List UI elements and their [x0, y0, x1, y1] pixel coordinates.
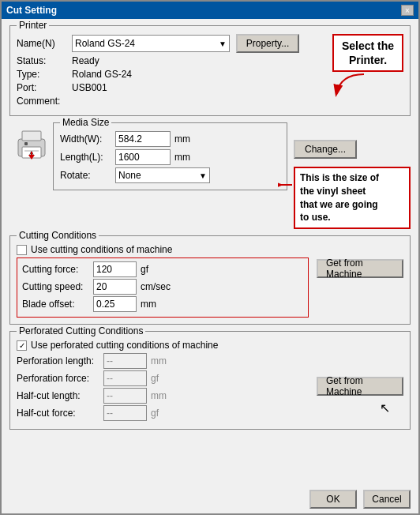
annotation-size-arrow — [278, 173, 294, 197]
printer-icon-area: A — [9, 122, 53, 166]
type-label: Type: — [17, 69, 72, 80]
force-input[interactable] — [93, 261, 137, 277]
cutting-legend: Cutting Conditions — [17, 230, 99, 241]
media-row: A Media Size Width(W): mm — [9, 122, 411, 229]
printer-status-row: Status: Ready — [17, 55, 403, 66]
media-section: Media Size Width(W): mm Length(L): mm — [53, 122, 287, 190]
printer-content: Name(N) Roland GS-24 ▼ Property... Statu… — [17, 34, 403, 107]
media-right: Change... This is the size ofthe vinyl s… — [287, 122, 411, 229]
perf-section: Perforated Cutting Conditions Use perfor… — [9, 331, 411, 430]
dialog-footer: OK Cancel — [2, 485, 418, 513]
perf-length-row: Perforation length: mm — [17, 353, 309, 369]
comment-label: Comment: — [17, 96, 72, 107]
printer-name-value: Roland GS-24 — [75, 38, 135, 49]
length-label: Length(L): — [60, 152, 115, 163]
use-conditions-row: Use cutting conditions of machine — [17, 244, 403, 255]
offset-input[interactable] — [93, 296, 137, 312]
rotate-value: None — [118, 170, 141, 181]
perf-body: Perforation length: mm Perforation force… — [17, 353, 403, 423]
length-unit: mm — [174, 152, 190, 163]
cutting-speed-row: Cutting speed: cm/sec — [22, 279, 303, 295]
cutting-inner: Use cutting conditions of machine Cuttin… — [17, 244, 403, 318]
svg-rect-4 — [24, 142, 28, 145]
halfcut-force-label: Half-cut force: — [17, 408, 103, 419]
cutting-right: Get from Machine — [309, 258, 403, 278]
printer-name-label: Name(N) — [17, 38, 72, 49]
perf-length-label: Perforation length: — [17, 355, 103, 367]
rotate-row: Rotate: None ▼ — [60, 167, 280, 183]
use-conditions-checkbox[interactable] — [17, 245, 27, 255]
annotation-size-container: This is the size ofthe vinyl sheetthat w… — [294, 167, 411, 229]
perf-use-conditions-row: Use perforated cutting conditions of mac… — [17, 340, 403, 351]
media-content: Width(W): mm Length(L): mm Rotate: — [60, 131, 280, 183]
offset-unit: mm — [141, 299, 172, 310]
perf-legend: Perforated Cutting Conditions — [17, 325, 145, 336]
printer-port-row: Port: USB001 — [17, 82, 403, 93]
halfcut-force-unit: gf — [151, 408, 182, 419]
dropdown-arrow-icon: ▼ — [219, 39, 227, 48]
printer-name-row: Name(N) Roland GS-24 ▼ Property... — [17, 34, 403, 53]
cutting-body: Cutting force: gf Cutting speed: cm/sec — [17, 258, 403, 318]
halfcut-length-label: Half-cut length: — [17, 390, 103, 401]
cutting-sub-group: Cutting force: gf Cutting speed: cm/sec — [17, 258, 309, 318]
dialog-body: Printer Name(N) Roland GS-24 ▼ Property.… — [2, 19, 418, 485]
rotate-label: Rotate: — [60, 170, 115, 181]
halfcut-force-input[interactable] — [103, 405, 147, 421]
printer-name-dropdown[interactable]: Roland GS-24 ▼ — [72, 35, 230, 52]
perf-use-conditions-label: Use perforated cutting conditions of mac… — [31, 340, 218, 351]
halfcut-length-unit: mm — [151, 390, 182, 401]
blade-offset-row: Blade offset: mm — [22, 296, 303, 312]
dialog-title: Cut Setting — [6, 5, 57, 16]
cutting-get-from-machine-button[interactable]: Get from Machine — [317, 259, 403, 278]
use-conditions-label: Use cutting conditions of machine — [31, 244, 172, 255]
perf-force-input[interactable] — [103, 370, 147, 386]
media-length-row: Length(L): mm — [60, 149, 280, 165]
status-label: Status: — [17, 55, 72, 66]
ok-button[interactable]: OK — [309, 490, 357, 509]
change-button[interactable]: Change... — [294, 140, 357, 159]
cursor-icon: ↖ — [380, 400, 390, 415]
media-width-row: Width(W): mm — [60, 131, 280, 147]
cutting-fields: Cutting force: gf Cutting speed: cm/sec — [17, 258, 309, 318]
halfcut-force-row: Half-cut force: gf — [17, 405, 309, 421]
printer-comment-row: Comment: — [17, 96, 403, 107]
halfcut-length-input[interactable] — [103, 388, 147, 404]
cancel-button[interactable]: Cancel — [363, 490, 411, 509]
halfcut-length-row: Half-cut length: mm — [17, 388, 309, 404]
perf-length-input[interactable] — [103, 353, 147, 369]
offset-label: Blade offset: — [22, 299, 93, 310]
dialog: Cut Setting × Printer Name(N) Roland GS-… — [0, 0, 420, 515]
type-value: Roland GS-24 — [72, 69, 132, 80]
rotate-dropdown[interactable]: None ▼ — [115, 167, 210, 183]
force-label: Cutting force: — [22, 264, 93, 275]
cutting-force-row: Cutting force: gf — [22, 261, 303, 277]
width-label: Width(W): — [60, 133, 115, 145]
svg-rect-2 — [22, 131, 41, 141]
width-unit: mm — [174, 133, 190, 145]
perf-length-unit: mm — [151, 355, 182, 367]
port-value: USB001 — [72, 82, 107, 93]
perf-use-conditions-checkbox[interactable] — [17, 340, 27, 351]
close-button[interactable]: × — [401, 5, 414, 16]
printer-svg-icon: A — [12, 125, 51, 164]
main-wrapper: Printer Name(N) Roland GS-24 ▼ Property.… — [9, 25, 411, 430]
status-value: Ready — [72, 55, 99, 66]
speed-input[interactable] — [93, 279, 137, 295]
printer-section: Printer Name(N) Roland GS-24 ▼ Property.… — [9, 25, 411, 116]
property-button[interactable]: Property... — [236, 34, 299, 53]
perf-get-from-machine-button[interactable]: Get from Machine — [317, 377, 403, 396]
length-input[interactable] — [115, 149, 171, 165]
width-input[interactable] — [115, 131, 171, 147]
perf-force-row: Perforation force: gf — [17, 370, 309, 386]
port-label: Port: — [17, 82, 72, 93]
rotate-dropdown-arrow-icon: ▼ — [199, 171, 207, 180]
titlebar: Cut Setting × — [2, 2, 418, 19]
perf-force-label: Perforation force: — [17, 373, 103, 384]
annotation-size-text: This is the size ofthe vinyl sheetthat w… — [294, 167, 411, 229]
printer-type-row: Type: Roland GS-24 — [17, 69, 403, 80]
speed-unit: cm/sec — [141, 281, 172, 292]
perf-right: Get from Machine ↖ — [309, 353, 403, 415]
perf-inner: Use perforated cutting conditions of mac… — [17, 340, 403, 423]
media-legend: Media Size — [60, 117, 111, 128]
speed-label: Cutting speed: — [22, 281, 93, 292]
